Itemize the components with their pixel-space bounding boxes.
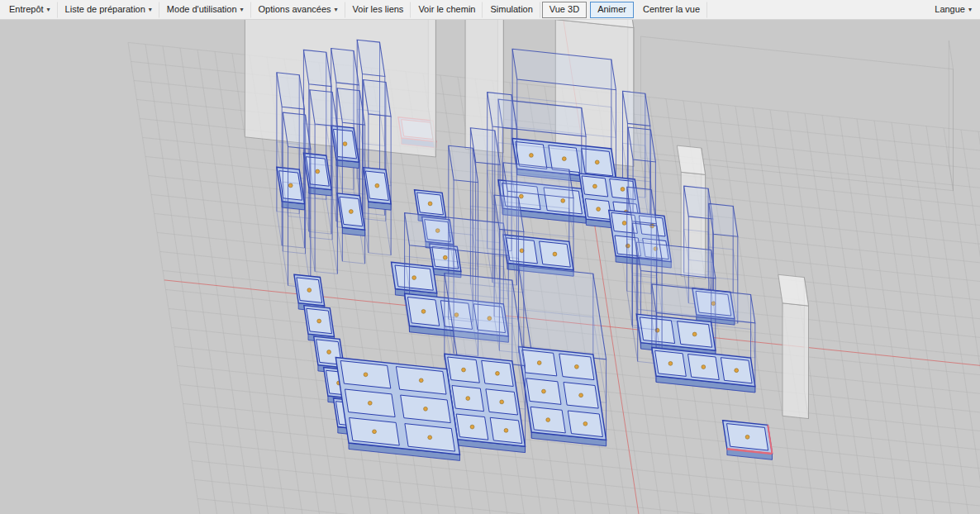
toolbar-item-label: Options avancées: [259, 3, 331, 16]
toolbar-item-label: Simulation: [490, 3, 532, 16]
chevron-down-icon: ▾: [47, 3, 50, 16]
toolbar-item-options-avancees[interactable]: Options avancées ▾: [251, 2, 345, 18]
toolbar-item-vue-3d[interactable]: Vue 3D: [542, 2, 587, 18]
toolbar-item-label: Vue 3D: [549, 3, 579, 16]
chevron-down-icon: ▾: [335, 3, 338, 16]
toolbar-item-label: Mode d'utilisation: [167, 3, 237, 16]
toolbar-item-label: Animer: [597, 3, 626, 16]
toolbar-item-voir-les-liens[interactable]: Voir les liens: [345, 2, 412, 18]
chevron-down-icon: ▾: [968, 3, 972, 16]
toolbar-item-centrer-la-vue[interactable]: Centrer la vue: [635, 2, 707, 18]
toolbar-item-label: Centrer la vue: [643, 3, 700, 16]
chevron-down-icon: ▾: [240, 3, 244, 16]
warehouse-3d-view[interactable]: [0, 20, 980, 514]
toolbar-item-liste-de-preparation[interactable]: Liste de préparation ▾: [58, 2, 159, 18]
toolbar: Entrepôt ▾ Liste de préparation ▾ Mode d…: [0, 0, 980, 20]
toolbar-item-mode-dutilisation[interactable]: Mode d'utilisation ▾: [159, 2, 251, 18]
warehouse-3d-viewport[interactable]: [0, 20, 980, 514]
chevron-down-icon: ▾: [149, 3, 152, 16]
toolbar-item-label: Liste de préparation: [65, 3, 145, 16]
toolbar-item-label: Entrepôt: [9, 3, 44, 16]
toolbar-item-entrepot[interactable]: Entrepôt ▾: [2, 2, 58, 18]
toolbar-item-label: Voir les liens: [353, 3, 404, 16]
toolbar-item-animer[interactable]: Animer: [590, 2, 634, 18]
toolbar-item-langue[interactable]: Langue ▾: [927, 2, 978, 18]
toolbar-item-label: Langue: [935, 3, 965, 16]
toolbar-item-label: Voir le chemin: [418, 3, 475, 16]
toolbar-item-simulation[interactable]: Simulation: [483, 2, 540, 18]
toolbar-item-voir-le-chemin[interactable]: Voir le chemin: [411, 2, 483, 18]
